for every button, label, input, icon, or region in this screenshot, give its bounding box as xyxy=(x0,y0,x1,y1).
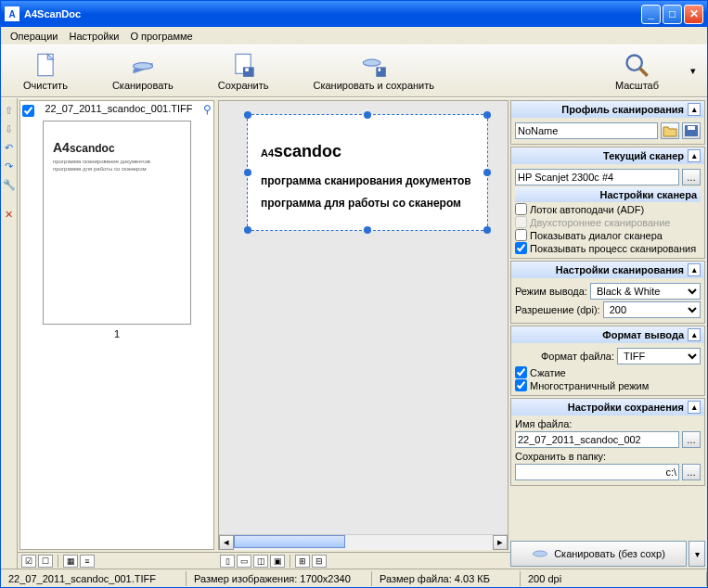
minimize-button[interactable]: _ xyxy=(641,5,661,24)
app-icon: A xyxy=(5,6,19,21)
scan-button[interactable]: Сканировать xyxy=(99,50,187,93)
scroll-right-button[interactable]: ▸ xyxy=(493,535,508,550)
move-up-icon[interactable]: ⇧ xyxy=(3,104,16,117)
uncheck-all-button[interactable]: ☐ xyxy=(38,555,53,568)
resize-handle[interactable] xyxy=(244,226,251,234)
dpi-select[interactable]: 200 xyxy=(603,301,701,318)
zoom-dropdown[interactable]: ▾ xyxy=(690,65,698,77)
save-title: Настройки сохранения xyxy=(515,402,684,413)
collapse-button[interactable]: ▴ xyxy=(688,328,701,341)
output-mode-select[interactable]: Black & White xyxy=(590,283,701,300)
filename-browse-button[interactable]: … xyxy=(682,431,701,448)
view-mode-3[interactable]: ◫ xyxy=(253,555,268,568)
view-mode-4[interactable]: ▣ xyxy=(270,555,285,568)
thumbnail-checkbox[interactable] xyxy=(22,105,34,117)
maximize-button[interactable]: □ xyxy=(663,5,682,24)
view-mode-5[interactable]: ⊞ xyxy=(295,555,310,568)
rotate-right-icon[interactable]: ↷ xyxy=(3,160,16,173)
save-button[interactable]: Сохранить xyxy=(205,50,282,93)
adf-checkbox[interactable] xyxy=(515,203,527,215)
scan-no-save-button[interactable]: Сканировать (без сохр) xyxy=(510,541,687,567)
thumbnail-filename: 22_07_2011_scandoc_001.TIFF xyxy=(36,103,201,114)
resize-handle[interactable] xyxy=(483,169,491,176)
filename-input[interactable] xyxy=(515,431,679,448)
progress-checkbox[interactable] xyxy=(515,242,527,254)
delete-icon[interactable]: ✕ xyxy=(3,208,16,221)
scroll-thumb[interactable] xyxy=(234,535,345,548)
page-icon xyxy=(32,52,58,78)
file-format-select[interactable]: TIFF xyxy=(617,348,701,364)
clear-button[interactable]: Очистить xyxy=(10,50,81,93)
resize-handle[interactable] xyxy=(244,111,251,119)
statusbar: 22_07_2011_scandoc_001.TIFF Размер изобр… xyxy=(1,569,707,587)
thumbnail-controls: ☑ ☐ ▦ ≡ xyxy=(18,552,216,569)
scan-settings-section: Настройки сканирования▴ Режим вывода:Bla… xyxy=(510,261,705,324)
view-mode-1[interactable]: ▯ xyxy=(220,555,235,568)
titlebar[interactable]: A A4ScanDoc _ □ ✕ xyxy=(1,1,707,27)
scan-action-row: Сканировать (без сохр) ▾ xyxy=(510,541,705,567)
resize-handle[interactable] xyxy=(364,226,371,234)
svg-point-12 xyxy=(534,551,547,556)
rotate-left-icon[interactable]: ↶ xyxy=(3,141,16,154)
check-all-button[interactable]: ☑ xyxy=(21,555,36,568)
output-section: Формат вывода▴ Формат файла:TIFF Сжатие … xyxy=(510,326,705,396)
scanner-name-input[interactable] xyxy=(515,169,679,185)
settings-panel: Профиль сканирования▴ Текущий сканер▴ … … xyxy=(510,100,705,567)
resize-handle[interactable] xyxy=(364,111,371,119)
thumbnail-item[interactable]: 22_07_2011_scandoc_001.TIFF ⚲ A4scandoc … xyxy=(20,101,213,341)
thumbnail-page-number: 1 xyxy=(22,328,212,339)
view-mode-6[interactable]: ⊟ xyxy=(312,555,327,568)
svg-rect-4 xyxy=(245,68,249,71)
folder-browse-button[interactable]: … xyxy=(682,464,701,480)
collapse-button[interactable]: ▴ xyxy=(688,149,701,162)
thumbnail-preview[interactable]: A4scandoc программа сканирования докумен… xyxy=(43,121,191,325)
collapse-button[interactable]: ▴ xyxy=(688,103,701,116)
menu-settings[interactable]: Настройки xyxy=(63,29,124,44)
preview-canvas[interactable]: A4scandoc программа сканирования докумен… xyxy=(219,101,508,534)
settings-icon[interactable]: 🔧 xyxy=(3,178,16,191)
save-icon xyxy=(230,52,256,78)
toolbar: Очистить Сканировать Сохранить Сканирова… xyxy=(1,45,707,97)
profile-save-button[interactable] xyxy=(682,122,701,139)
preview-pane: A4scandoc программа сканирования докумен… xyxy=(218,100,508,550)
multipage-checkbox[interactable] xyxy=(515,379,527,391)
collapse-button[interactable]: ▴ xyxy=(688,263,701,276)
profile-name-input[interactable] xyxy=(515,122,658,139)
svg-rect-6 xyxy=(376,67,386,77)
scanner-icon xyxy=(532,547,548,560)
profile-open-button[interactable] xyxy=(661,122,679,139)
scan-save-icon xyxy=(361,52,387,78)
scan-settings-title: Настройки сканирования xyxy=(515,264,684,275)
scan-save-button[interactable]: Сканировать и сохранить xyxy=(301,50,448,93)
compress-checkbox[interactable] xyxy=(515,366,527,378)
doc-logo: A4scandoc xyxy=(261,132,474,163)
pin-icon[interactable]: ⚲ xyxy=(203,103,212,116)
doc-text: программа для работы со сканером xyxy=(261,197,474,210)
folder-input[interactable] xyxy=(515,464,679,480)
svg-line-9 xyxy=(640,68,648,75)
folder-icon xyxy=(663,124,677,137)
scroll-track[interactable] xyxy=(234,535,493,550)
resize-handle[interactable] xyxy=(483,111,491,119)
scanner-browse-button[interactable]: … xyxy=(682,169,701,185)
collapse-button[interactable]: ▴ xyxy=(688,401,701,414)
document-selection[interactable]: A4scandoc программа сканирования докумен… xyxy=(247,114,488,231)
horizontal-scrollbar[interactable]: ◂ ▸ xyxy=(219,534,508,549)
svg-rect-11 xyxy=(688,126,695,130)
resize-handle[interactable] xyxy=(244,169,251,176)
zoom-button[interactable]: Масштаб xyxy=(602,50,672,93)
resize-handle[interactable] xyxy=(483,226,491,234)
grid-view-button[interactable]: ▦ xyxy=(63,555,78,568)
thumbnail-pane: 22_07_2011_scandoc_001.TIFF ⚲ A4scandoc … xyxy=(19,100,214,550)
list-view-button[interactable]: ≡ xyxy=(80,555,95,568)
dialog-checkbox[interactable] xyxy=(515,229,527,241)
move-down-icon[interactable]: ⇩ xyxy=(3,122,16,135)
menu-about[interactable]: О программе xyxy=(124,29,198,44)
scroll-left-button[interactable]: ◂ xyxy=(219,535,234,550)
svg-point-5 xyxy=(363,59,380,66)
scan-dropdown-button[interactable]: ▾ xyxy=(689,541,705,567)
close-button[interactable]: ✕ xyxy=(684,5,703,24)
view-mode-2[interactable]: ▭ xyxy=(237,555,251,568)
menu-operations[interactable]: Операции xyxy=(5,29,63,44)
diskette-icon xyxy=(684,124,699,137)
